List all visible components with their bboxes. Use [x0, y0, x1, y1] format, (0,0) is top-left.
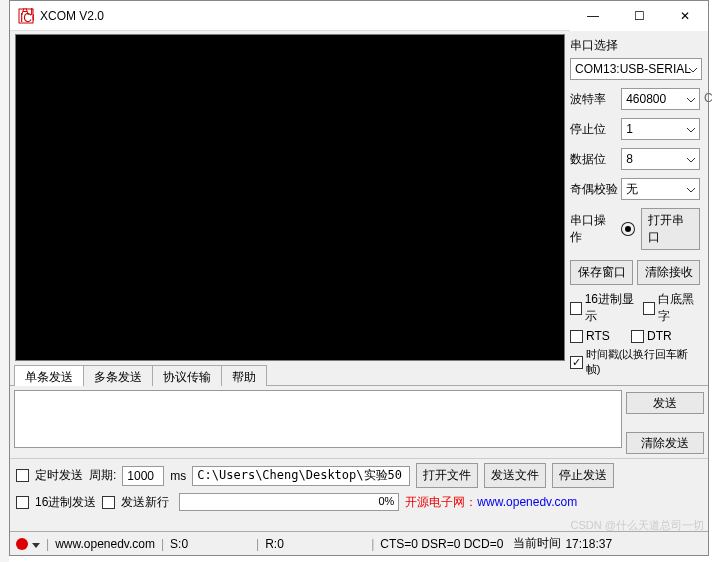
open-file-button[interactable]: 打开文件 — [416, 463, 478, 488]
title-bar: ATKICON XCOM V2.0 — ☐ ✕ — [10, 1, 708, 31]
parity-select[interactable]: 无 — [621, 178, 700, 200]
parity-label: 奇偶校验 — [570, 181, 621, 198]
period-input[interactable]: 1000 — [122, 466, 164, 486]
send-textarea[interactable] — [14, 390, 622, 448]
website-link[interactable]: 开源电子网：www.openedv.com — [405, 494, 577, 511]
stopbits-select[interactable]: 1 — [621, 118, 700, 140]
progress-text: 0% — [378, 495, 394, 507]
rts-checkbox[interactable] — [570, 330, 583, 343]
status-received: R:0 — [265, 537, 365, 551]
file-path-input[interactable]: C:\Users\Cheng\Desktop\实验50 串口IAP实验 — [192, 466, 410, 486]
status-sent: S:0 — [170, 537, 250, 551]
send-button[interactable]: 发送 — [626, 392, 704, 414]
dropdown-icon[interactable] — [32, 537, 40, 551]
status-time-value: 17:18:37 — [565, 537, 612, 551]
rts-label: RTS — [586, 329, 628, 343]
svg-text:ICON: ICON — [20, 11, 34, 24]
hex-display-label: 16进制显示 — [585, 291, 639, 325]
hex-display-checkbox[interactable] — [570, 302, 582, 315]
stop-send-button[interactable]: 停止发送 — [552, 463, 614, 488]
databits-select[interactable]: 8 — [621, 148, 700, 170]
timestamp-label: 时间戳(以换行回车断帧) — [586, 347, 700, 377]
close-button[interactable]: ✕ — [662, 1, 708, 31]
clear-send-button[interactable]: 清除发送 — [626, 432, 704, 454]
dtr-checkbox[interactable] — [631, 330, 644, 343]
tab-help[interactable]: 帮助 — [221, 365, 267, 386]
databits-label: 数据位 — [570, 151, 621, 168]
chevron-down-icon — [686, 152, 696, 166]
status-flags: CTS=0 DSR=0 DCD=0 — [380, 537, 503, 551]
open-port-button[interactable]: 打开串口 — [641, 208, 700, 250]
receive-terminal[interactable] — [15, 34, 565, 361]
tab-protocol[interactable]: 协议传输 — [152, 365, 222, 386]
timed-send-checkbox[interactable] — [16, 469, 29, 482]
port-select-label: 串口选择 — [570, 37, 700, 54]
progress-bar: 0% — [179, 493, 399, 511]
maximize-button[interactable]: ☐ — [616, 1, 662, 31]
record-indicator-icon[interactable] — [16, 538, 28, 550]
port-select[interactable]: COM13:USB-SERIAL — [570, 58, 702, 80]
chevron-down-icon — [686, 122, 696, 136]
tab-single-send[interactable]: 单条发送 — [14, 365, 84, 386]
clear-receive-button[interactable]: 清除接收 — [637, 260, 700, 285]
serial-settings-panel: 串口选择 COM13:USB-SERIAL 波特率 460800 停止位 1 数… — [568, 31, 708, 364]
dtr-label: DTR — [647, 329, 672, 343]
status-time-label: 当前时间 — [513, 535, 561, 552]
chevron-down-icon — [686, 182, 696, 196]
chevron-down-icon — [686, 92, 696, 106]
baud-select[interactable]: 460800 — [621, 88, 700, 110]
send-newline-checkbox[interactable] — [102, 496, 115, 509]
app-title: XCOM V2.0 — [40, 9, 570, 23]
status-url[interactable]: www.openedv.com — [55, 537, 155, 551]
hex-send-checkbox[interactable] — [16, 496, 29, 509]
minimize-button[interactable]: — — [570, 1, 616, 31]
save-window-button[interactable]: 保存窗口 — [570, 260, 633, 285]
timed-send-label: 定时发送 — [35, 467, 83, 484]
status-bar: | www.openedv.com | S:0 | R:0 | CTS=0 DS… — [10, 531, 708, 555]
send-file-button[interactable]: 发送文件 — [484, 463, 546, 488]
send-newline-label: 发送新行 — [121, 494, 169, 511]
white-bg-checkbox[interactable] — [643, 302, 655, 315]
port-op-label: 串口操作 — [570, 212, 615, 246]
stopbits-label: 停止位 — [570, 121, 621, 138]
period-unit: ms — [170, 469, 186, 483]
chevron-down-icon — [688, 62, 698, 76]
hex-send-label: 16进制发送 — [35, 494, 96, 511]
period-label: 周期: — [89, 467, 116, 484]
tab-multi-send[interactable]: 多条发送 — [83, 365, 153, 386]
baud-label: 波特率 — [570, 91, 621, 108]
port-value: COM13:USB-SERIAL — [575, 62, 691, 76]
port-status-indicator — [621, 222, 634, 236]
white-bg-label: 白底黑字 — [658, 291, 700, 325]
timestamp-checkbox[interactable] — [570, 356, 583, 369]
app-icon: ATKICON — [18, 8, 34, 24]
